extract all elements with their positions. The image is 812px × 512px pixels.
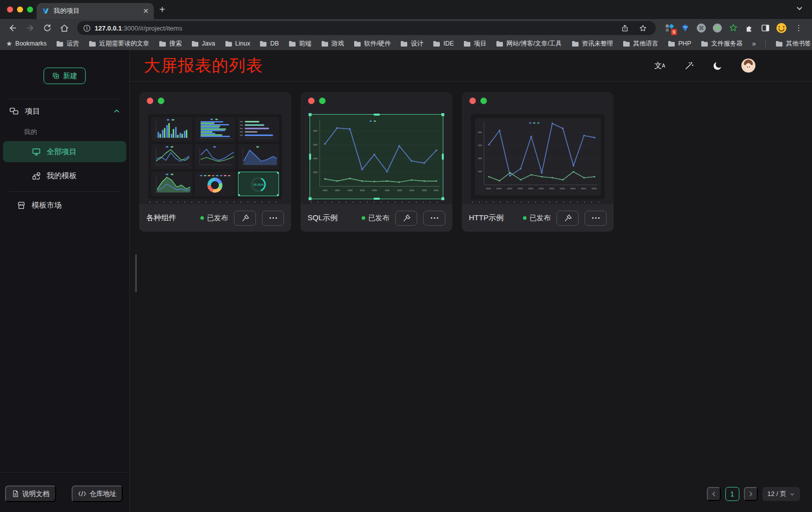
bookmarks-star-icon: ★ [6,40,13,48]
bookmark-folder[interactable]: 其他语言 [623,40,658,48]
share-icon[interactable] [618,21,632,35]
macos-traffic-lights [7,7,33,13]
extensions-row: 9 ⌘ [662,23,789,34]
edit-hammer-button[interactable] [557,211,579,226]
mini-chart-grid: 25.00% [151,117,279,196]
page-header: 大屏报表的列表 文A [130,50,812,82]
mini-bar-chart [151,117,192,142]
docs-button[interactable]: 说明文档 [5,485,56,502]
sidebar-item-template-market[interactable]: 模板市场 [3,195,126,216]
sidebar-divider [8,191,121,192]
bookmark-folder[interactable]: 前端 [289,40,312,48]
card-preview-thumbnail-selected[interactable] [310,114,443,199]
bookmark-folder[interactable]: DB [259,40,279,47]
next-page-button[interactable] [744,487,758,501]
mini-area-chart [238,144,279,169]
project-card[interactable]: HTTP示例 已发布 [462,92,614,232]
red-dot-icon [147,98,153,104]
folder-icon [191,41,199,47]
star-extension-icon[interactable] [728,23,739,34]
prev-page-button[interactable] [707,487,721,501]
home-button[interactable] [57,21,71,35]
zoom-window-button[interactable] [27,7,33,13]
address-bar[interactable]: 127.0.0.1:3000/#/project/items [77,21,656,35]
bookmark-folder[interactable]: Java [191,40,215,47]
folder-icon [433,41,440,47]
project-card[interactable]: SQL示例 已发布 [301,92,452,232]
browser-menu-icon[interactable]: ⋮ [792,24,806,33]
browser-tab[interactable]: 我的项目 ✕ [37,3,154,19]
more-options-button[interactable] [585,211,607,226]
chevron-up-icon[interactable] [113,108,120,115]
bookmark-folder[interactable]: PHP [668,40,691,47]
scrollbar-thumb[interactable] [135,254,137,292]
new-project-button[interactable]: 新建 [44,68,86,84]
tab-search-chevron-icon[interactable] [796,5,803,12]
folder-icon [775,41,783,47]
edit-hammer-button[interactable] [234,211,256,226]
command-extension-icon[interactable]: ⌘ [696,23,707,34]
bookmarks-divider [765,40,766,47]
edit-hammer-button[interactable] [395,211,417,226]
close-window-button[interactable] [7,7,13,13]
bookmark-folder[interactable]: 近期需要读的文章 [89,40,149,48]
projects-icon [9,106,19,116]
other-bookmarks-folder[interactable]: 其他书签 [775,40,811,48]
header-actions: 文A [654,59,755,73]
folder-icon [159,41,166,47]
language-icon[interactable]: 文A [654,61,665,71]
status-badge: 已发布 [523,214,551,223]
bookmark-folder[interactable]: 运营 [56,40,79,48]
card-preview-thumbnail[interactable] [471,114,605,199]
new-tab-button[interactable]: + [159,5,165,15]
folder-icon [668,41,675,47]
card-footer: SQL示例 已发布 [301,204,452,232]
puzzle-extensions-icon[interactable] [744,23,755,34]
bookmark-folder[interactable]: Linux [225,40,250,47]
site-info-icon[interactable] [83,25,91,32]
record-extension-icon[interactable] [712,23,723,34]
bookmark-folder[interactable]: 资讯未整理 [572,40,614,48]
gem-extension-icon[interactable] [680,23,691,34]
sidebar-group-projects[interactable]: 项目 [0,101,129,121]
folder-icon [496,41,503,47]
bookmark-folder[interactable]: IDE [433,40,454,47]
page-size-select[interactable]: 12 / 页 [762,487,800,501]
forward-button[interactable] [23,21,37,35]
bookmark-folder[interactable]: 搜索 [159,40,182,48]
project-name: HTTP示例 [469,213,503,223]
bookmark-folder[interactable]: 文件服务器 [701,40,743,48]
bookmark-folder[interactable]: 设计 [400,40,423,48]
profile-avatar-icon[interactable] [776,23,787,34]
bookmark-folder[interactable]: 项目 [463,40,486,48]
donut-legend [200,175,230,176]
minimize-window-button[interactable] [17,7,23,13]
repo-button[interactable]: 仓库地址 [72,485,123,502]
bookmarks-manager-item[interactable]: ★ Bookmarks [6,40,47,48]
current-page-button[interactable]: 1 [725,487,739,501]
more-options-button[interactable] [423,211,445,226]
bookmark-star-icon[interactable] [636,21,650,35]
chart-panel [475,118,601,195]
tab-close-icon[interactable]: ✕ [143,7,149,15]
sidebar-item-all-projects[interactable]: 全部项目 [3,141,126,162]
mini-colored-hbar-chart [238,117,279,142]
bookmark-folder[interactable]: 网站/博客/文章/工具 [496,40,562,48]
card-preview-thumbnail[interactable]: 25.00% [148,114,282,199]
green-dot-icon [158,98,164,104]
bookmark-folder[interactable]: 软件/硬件 [354,40,391,48]
bookmark-folder[interactable]: 游戏 [321,40,344,48]
grid-extension-icon[interactable]: 9 [664,23,675,34]
user-avatar[interactable] [741,59,755,73]
more-options-button[interactable] [262,211,284,226]
magic-wand-icon[interactable] [684,61,694,71]
back-button[interactable] [6,21,20,35]
reload-button[interactable] [40,21,54,35]
bookmarks-overflow-chevron[interactable]: » [752,40,756,48]
folder-icon [623,41,630,47]
sidebar-panel-icon[interactable] [760,23,771,34]
sidebar-item-my-templates[interactable]: 我的模板 [3,165,126,186]
project-card[interactable]: 25.00% 各种组件 已发布 [139,92,291,232]
dark-mode-moon-icon[interactable] [713,61,722,71]
url-text: 127.0.0.1:3000/#/project/items [95,25,182,32]
